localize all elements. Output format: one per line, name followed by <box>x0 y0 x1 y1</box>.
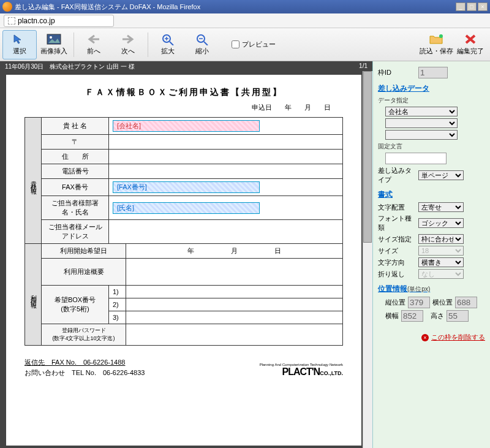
tool-select[interactable]: 選択 <box>2 30 37 59</box>
company-table: 貴社情報 貴 社 名 [会社名] 〒 住 所 電話番号 FAX番号 [FAX番号… <box>24 117 343 244</box>
width-field <box>401 310 423 322</box>
vpos-field <box>408 297 430 308</box>
svg-point-9 <box>439 34 443 38</box>
tool-finish[interactable]: 編集完了 <box>453 30 488 59</box>
zoom-out-icon <box>195 33 209 45</box>
arrow-right-icon <box>121 33 135 45</box>
height-field <box>447 310 469 322</box>
direction-select[interactable]: 横書き <box>418 257 464 267</box>
fixed-text-input[interactable] <box>385 153 447 164</box>
merge-company[interactable]: [会社名] <box>113 120 260 132</box>
doc-footer: 返信先 FAX No. 06-6226-1488 お問い合わせ TEL No. … <box>24 357 343 378</box>
arrow-left-icon <box>86 33 101 45</box>
cursor-icon <box>12 33 27 45</box>
section-position: 位置情報(単位px) <box>378 284 485 294</box>
svg-line-3 <box>170 42 173 45</box>
merge-name[interactable]: [氏名] <box>113 202 260 214</box>
tool-zoom-out[interactable]: 縮小 <box>185 30 219 59</box>
doc-title: ＦＡＸ情報ＢＯＸご利用申込書【共用型】 <box>24 87 343 98</box>
sizemode-select[interactable]: 枠に合わせる <box>418 234 464 244</box>
scroll-thumb[interactable] <box>363 71 372 243</box>
delete-icon: × <box>421 334 429 341</box>
maximize-button[interactable]: □ <box>467 2 477 11</box>
zoom-in-icon <box>160 33 175 45</box>
preview-checkbox[interactable] <box>232 40 239 48</box>
usage-table: 利用情報 利用開始希望日 年月日 利用用途概要 希望BOX番号 (数字5桁) 1… <box>24 243 343 346</box>
window-title: 差し込み編集 - FAX同報送信システム DoFAX - Mozilla Fir… <box>15 2 456 12</box>
document-header: 11年06月30日 株式会社プラクトン 山田 一 様 1/1 <box>0 61 372 72</box>
page-icon <box>8 17 15 25</box>
section-merge-data: 差し込みデータ <box>378 83 485 94</box>
hpos-field <box>455 297 477 308</box>
frame-id-label: 枠ID <box>378 68 416 77</box>
url-bar: plactn.co.jp <box>0 13 490 28</box>
data-select-3[interactable] <box>385 130 458 140</box>
side-panel: 枠ID 差し込みデータ データ指定 会社名 固定文言 差し込みタイプ 単ページ … <box>372 61 490 448</box>
frame-id-field <box>418 67 448 78</box>
data-select-2[interactable] <box>385 118 458 128</box>
size-select: 18 <box>418 246 464 256</box>
titlebar: 差し込み編集 - FAX同報送信システム DoFAX - Mozilla Fir… <box>0 0 490 13</box>
align-select[interactable]: 左寄せ <box>418 202 464 212</box>
svg-point-1 <box>50 36 52 39</box>
firefox-icon <box>2 2 12 12</box>
document-area: 11年06月30日 株式会社プラクトン 山田 一 様 1/1 ＦＡＸ情報ＢＯＸご… <box>0 61 372 448</box>
tool-zoom-in[interactable]: 拡大 <box>151 30 185 59</box>
tool-next[interactable]: 次へ <box>111 30 145 59</box>
url-text: plactn.co.jp <box>18 17 55 25</box>
font-select[interactable]: ゴシック <box>418 218 464 228</box>
preview-label: プレビュー <box>242 40 276 49</box>
separator <box>148 32 148 57</box>
vertical-scrollbar[interactable] <box>363 71 372 448</box>
url-input[interactable]: plactn.co.jp <box>4 15 114 27</box>
folder-icon <box>429 33 443 45</box>
merge-fax[interactable]: [FAX番号] <box>113 181 260 193</box>
document-view[interactable]: ＦＡＸ情報ＢＯＸご利用申込書【共用型】 申込日 年 月 日 貴社情報 貴 社 名… <box>6 75 361 446</box>
image-icon <box>47 33 61 45</box>
tool-insert-image[interactable]: 画像挿入 <box>37 30 71 59</box>
tool-load-save[interactable]: 読込・保存 <box>419 30 453 59</box>
doc-date: 申込日 年 月 日 <box>24 103 343 112</box>
close-x-icon <box>463 33 478 45</box>
svg-line-7 <box>204 42 208 45</box>
merge-type-select[interactable]: 単ページ <box>418 170 464 180</box>
close-button[interactable]: × <box>478 2 488 11</box>
data-select-1[interactable]: 会社名 <box>385 107 458 116</box>
toolbar: 選択 画像挿入 前へ 次へ 拡大 縮小 プレビュー <box>0 28 490 61</box>
tool-prev[interactable]: 前へ <box>77 30 111 59</box>
separator <box>74 32 74 57</box>
section-format: 書式 <box>378 189 485 200</box>
wrap-select: なし <box>418 269 464 279</box>
delete-frame-link[interactable]: × この枠を削除する <box>378 333 485 342</box>
minimize-button[interactable]: _ <box>456 2 466 11</box>
